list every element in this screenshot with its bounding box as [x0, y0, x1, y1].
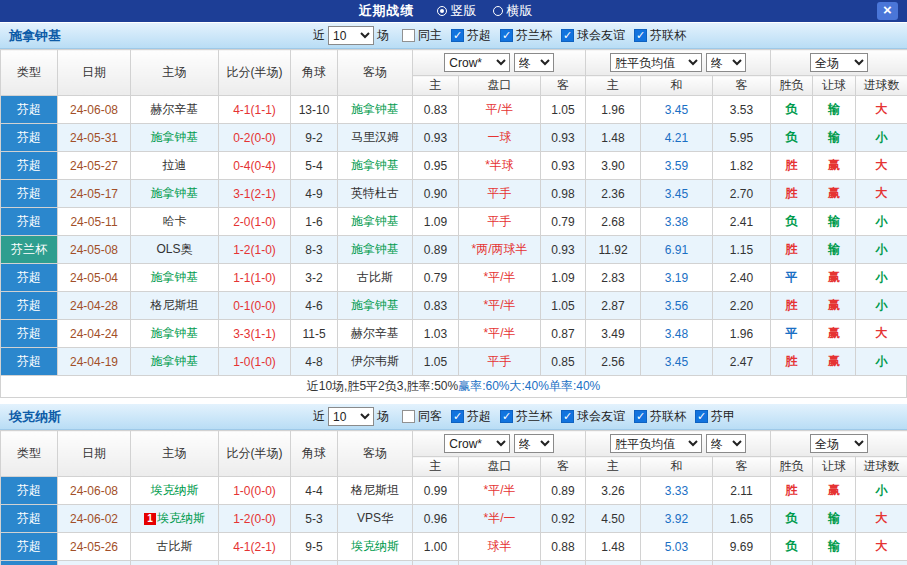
- score-cell: 1-1(1-0): [219, 561, 291, 565]
- radio-selected-icon[interactable]: [437, 6, 447, 16]
- checkbox-unchecked-icon[interactable]: [402, 29, 415, 42]
- league-cell: 芬超: [1, 124, 58, 152]
- handicap-result-cell: 赢: [813, 292, 856, 320]
- filter-checkbox[interactable]: 球会友谊: [561, 408, 625, 425]
- away-team-cell: 格尼斯坦: [338, 477, 413, 505]
- odds-source-select[interactable]: Crow*: [444, 53, 510, 72]
- filter-checkbox[interactable]: 芬兰杯: [500, 408, 552, 425]
- filter-checkbox[interactable]: 芬联杯: [634, 27, 686, 44]
- odds-stage-select[interactable]: 终: [514, 53, 554, 72]
- checkbox-label: 芬联杯: [650, 27, 686, 44]
- league-cell: 芬超: [1, 348, 58, 376]
- home-avg-cell: 2.36: [586, 180, 641, 208]
- away-odds-cell: 0.85: [541, 348, 586, 376]
- away-odds-cell: 1.05: [541, 96, 586, 124]
- checkbox-checked-icon[interactable]: [500, 410, 513, 423]
- filter-checkbox[interactable]: 芬甲: [695, 408, 735, 425]
- avg-source-select[interactable]: 胜平负均值: [610, 434, 702, 453]
- matches-label: 场: [377, 408, 389, 425]
- checkbox-checked-icon[interactable]: [451, 410, 464, 423]
- home-team-cell: 施拿钟基: [131, 264, 219, 292]
- corners-cell: 9-2: [291, 124, 338, 152]
- corners-cell: 4-4: [291, 477, 338, 505]
- home-avg-cell: 4.50: [586, 505, 641, 533]
- handicap-cell: 平手: [459, 180, 541, 208]
- away-avg-cell: 5.95: [713, 124, 771, 152]
- filter-checkbox[interactable]: 球会友谊: [561, 27, 625, 44]
- home-avg-cell: 3.90: [586, 152, 641, 180]
- handicap-result-cell: 赢: [813, 477, 856, 505]
- checkbox-unchecked-icon[interactable]: [402, 410, 415, 423]
- filter-checkbox[interactable]: 芬兰杯: [500, 27, 552, 44]
- draw-avg-cell: 3.31: [641, 561, 713, 565]
- avg-stage-select[interactable]: 终: [706, 53, 746, 72]
- checkbox-checked-icon[interactable]: [451, 29, 464, 42]
- sub-col-handicap: 盘口: [459, 76, 541, 96]
- league-cell: 芬超: [1, 96, 58, 124]
- filter-checkbox-group: 同客芬超芬兰杯球会友谊芬联杯芬甲: [402, 408, 744, 425]
- result-cell: 负: [771, 533, 813, 561]
- home-avg-cell: 2.56: [586, 348, 641, 376]
- away-odds-cell: 0.89: [541, 477, 586, 505]
- checkbox-checked-icon[interactable]: [634, 29, 647, 42]
- filter-checkbox[interactable]: 芬超: [451, 27, 491, 44]
- team-name: 埃克纳斯: [0, 408, 61, 426]
- handicap-cell: 球半: [459, 533, 541, 561]
- handicap-result-cell: 输: [813, 533, 856, 561]
- sub-col-result: 胜负: [771, 76, 813, 96]
- checkbox-checked-icon[interactable]: [561, 29, 574, 42]
- league-cell: 芬超: [1, 152, 58, 180]
- col-corners: 角球: [291, 50, 338, 96]
- match-count-select[interactable]: 10: [328, 407, 374, 426]
- match-row: 芬超24-06-08赫尔辛基4-1(1-1)13-10施拿钟基0.83平/半1.…: [1, 96, 907, 124]
- layout-radio-horizontal[interactable]: 横版: [493, 2, 533, 20]
- sub-col-home-avg: 主: [586, 76, 641, 96]
- sub-col-handicap: 盘口: [459, 457, 541, 477]
- filter-checkbox[interactable]: 芬超: [451, 408, 491, 425]
- matches-label: 场: [377, 27, 389, 44]
- handicap-result-cell: 输: [813, 208, 856, 236]
- odds-source-select[interactable]: Crow*: [444, 434, 510, 453]
- layout-radio-vertical[interactable]: 竖版: [437, 2, 477, 20]
- result-cell: 胜: [771, 236, 813, 264]
- goals-cell: 大: [856, 320, 907, 348]
- away-avg-cell: 2.31: [713, 561, 771, 565]
- result-cell: 负: [771, 124, 813, 152]
- filter-checkbox[interactable]: 同主: [402, 27, 442, 44]
- handicap-cell: *半/一: [459, 505, 541, 533]
- date-cell: 24-05-19: [58, 561, 131, 565]
- scope-header-group: 全场: [771, 50, 907, 76]
- checkbox-checked-icon[interactable]: [695, 410, 708, 423]
- sub-col-home-odds: 主: [413, 457, 459, 477]
- checkbox-checked-icon[interactable]: [561, 410, 574, 423]
- scope-select[interactable]: 全场: [810, 434, 868, 453]
- scope-select[interactable]: 全场: [810, 53, 868, 72]
- filter-checkbox-group: 同主芬超芬兰杯球会友谊芬联杯: [402, 27, 695, 44]
- match-row: 芬超24-05-11哈卡2-0(1-0)1-6施拿钟基1.09平手0.792.6…: [1, 208, 907, 236]
- filter-bar: 近 10 场 同主芬超芬兰杯球会友谊芬联杯: [310, 26, 695, 45]
- match-count-select[interactable]: 10: [328, 26, 374, 45]
- close-button[interactable]: ×: [877, 2, 898, 20]
- filter-checkbox[interactable]: 同客: [402, 408, 442, 425]
- home-odds-cell: 0.89: [413, 236, 459, 264]
- draw-avg-cell: 3.33: [641, 477, 713, 505]
- avg-stage-select[interactable]: 终: [706, 434, 746, 453]
- avg-source-select[interactable]: 胜平负均值: [610, 53, 702, 72]
- checkbox-checked-icon[interactable]: [500, 29, 513, 42]
- corners-cell: 3-2: [291, 264, 338, 292]
- result-cell: 胜: [771, 180, 813, 208]
- away-team-cell: 伊尔韦斯: [338, 348, 413, 376]
- goals-cell: 小: [856, 561, 907, 565]
- summary-segment: 赢率:60%: [458, 378, 509, 395]
- checkbox-checked-icon[interactable]: [634, 410, 647, 423]
- home-avg-cell: 2.68: [586, 208, 641, 236]
- radio-unselected-icon[interactable]: [493, 6, 503, 16]
- recent-label: 近: [313, 27, 325, 44]
- away-avg-cell: 9.69: [713, 533, 771, 561]
- away-avg-cell: 1.65: [713, 505, 771, 533]
- match-row: 芬超24-05-17施拿钟基3-1(2-1)4-9英特杜古0.90平手0.982…: [1, 180, 907, 208]
- home-odds-cell: 0.99: [413, 477, 459, 505]
- odds-stage-select[interactable]: 终: [514, 434, 554, 453]
- handicap-cell: *平/半: [459, 477, 541, 505]
- filter-checkbox[interactable]: 芬联杯: [634, 408, 686, 425]
